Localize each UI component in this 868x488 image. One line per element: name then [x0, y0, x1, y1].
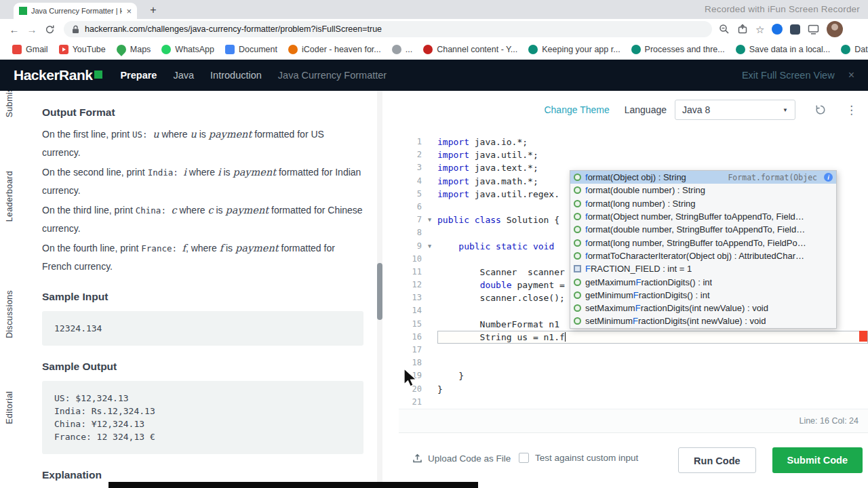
- suggestion-text: format(long number) : String: [585, 199, 696, 209]
- change-theme-link[interactable]: Change Theme: [544, 104, 609, 115]
- header-close-icon[interactable]: ×: [848, 70, 854, 81]
- nav-item-introduction[interactable]: Introduction: [210, 70, 262, 81]
- bookmark-label: ...: [406, 45, 412, 54]
- code-line[interactable]: 16 String us = n1.f: [399, 331, 868, 344]
- autocomplete-item[interactable]: format(Object number, StringBuffer toApp…: [570, 210, 836, 223]
- fold-gutter: [422, 396, 437, 409]
- bookmark-star-icon[interactable]: ☆: [755, 24, 764, 35]
- code-line[interactable]: 1import java.io.*;: [399, 136, 868, 148]
- bookmark-item-save-data-in-a-local[interactable]: Save data in a local...: [730, 45, 836, 54]
- bookmark-item-channel-content-y[interactable]: Channel content - Y...: [418, 45, 523, 54]
- extension-icon-blue[interactable]: [772, 24, 783, 35]
- back-icon[interactable]: ←: [5, 24, 23, 35]
- bookmark-item-gmail[interactable]: Gmail: [7, 45, 54, 54]
- zoom-icon[interactable]: [719, 24, 730, 35]
- screen-recorder-icon[interactable]: [808, 24, 819, 35]
- bookmark-item-whatsapp[interactable]: WhatsApp: [156, 45, 220, 54]
- code-text: import java.util.*;: [437, 148, 868, 161]
- autocomplete-item[interactable]: format(double number) : String: [570, 184, 836, 197]
- sidebar-tab-discussions[interactable]: Discussions: [5, 290, 14, 338]
- nav-item-java[interactable]: Java: [173, 70, 194, 81]
- suggestion-post: ractionDigits(int newValue) : void: [641, 303, 768, 313]
- profile-avatar[interactable]: [827, 21, 843, 37]
- nav-item-java-currency-formatter[interactable]: Java Currency Formatter: [278, 70, 387, 81]
- text-token: On the second line, print: [42, 167, 148, 178]
- forward-icon[interactable]: →: [23, 24, 41, 35]
- fold-gutter: [422, 161, 437, 174]
- url-bar[interactable]: hackerrank.com/challenges/java-currency-…: [64, 21, 712, 37]
- suggestion-text: getMaximumFractionDigits() : int: [585, 277, 712, 287]
- code-line[interactable]: 19 }: [399, 369, 868, 382]
- autocomplete-item[interactable]: format(long number, StringBuffer toAppen…: [570, 236, 836, 249]
- code-text: [437, 396, 868, 409]
- text-token: where: [177, 205, 208, 216]
- autocomplete-item[interactable]: formatToCharacterIterator(Object obj) : …: [570, 249, 836, 262]
- autocomplete-item[interactable]: getMinimumFractionDigits() : int: [570, 289, 836, 302]
- suggestion-text: setMaximumFractionDigits(int newValue) :…: [585, 303, 768, 313]
- fold-gutter: [422, 383, 437, 396]
- code-line[interactable]: 18: [399, 357, 868, 369]
- bookmark-item-maps[interactable]: Maps: [111, 45, 157, 54]
- code-token: China:: [136, 205, 172, 216]
- autocomplete-item[interactable]: format(Object obj) : StringFormat.format…: [570, 171, 836, 184]
- method-icon: [574, 213, 581, 220]
- logo-cube-icon: [94, 70, 102, 79]
- custom-input-checkbox[interactable]: [519, 453, 529, 463]
- autocomplete-item[interactable]: setMaximumFractionDigits(int newValue) :…: [570, 302, 836, 314]
- run-code-button[interactable]: Run Code: [678, 447, 755, 473]
- language-select[interactable]: Java 8 ▼: [675, 100, 795, 120]
- exit-fullscreen-link[interactable]: Exit Full Screen View: [742, 70, 835, 81]
- suggestion-post: ormat(double number, StringBuffer toAppe…: [588, 224, 806, 235]
- bottom-black-bar: [108, 482, 478, 488]
- left-rail: SubmissionsLeaderboardDiscussionsEditori…: [0, 91, 20, 488]
- autocomplete-item[interactable]: getMaximumFractionDigits() : int: [570, 275, 836, 288]
- share-icon[interactable]: [737, 24, 748, 35]
- bookmark-item-document[interactable]: Document: [220, 45, 283, 54]
- problem-scrollbar-thumb[interactable]: [377, 263, 382, 320]
- tab-close-icon[interactable]: ×: [126, 7, 132, 16]
- bookmark-item-data-and-file-storag[interactable]: Data and file storag...: [835, 45, 868, 54]
- method-icon: [574, 291, 581, 299]
- upload-code-button[interactable]: Upload Code as File: [412, 453, 511, 464]
- hackerrank-logo[interactable]: HackerRank: [14, 67, 102, 83]
- autocomplete-item[interactable]: format(double number, StringBuffer toApp…: [570, 223, 836, 236]
- kebab-menu-icon[interactable]: ⋮: [846, 104, 857, 116]
- line-number: 16: [399, 331, 422, 344]
- extensions-puzzle-icon[interactable]: [790, 24, 800, 35]
- refresh-icon[interactable]: [41, 24, 58, 35]
- sidebar-tab-submissions[interactable]: Submissions: [5, 91, 14, 117]
- browser-tab[interactable]: Java Currency Formatter | Hacker ×: [14, 3, 137, 19]
- code-line[interactable]: 2import java.util.*;: [399, 148, 868, 161]
- bookmarks-bar: GmailYouTubeMapsWhatsAppDocumentiCoder -…: [0, 39, 868, 60]
- code-text: }: [437, 383, 868, 396]
- fold-caret-icon[interactable]: ▼: [422, 240, 437, 253]
- history-icon[interactable]: [814, 104, 827, 116]
- sidebar-tab-editorial[interactable]: Editorial: [5, 391, 14, 424]
- sidebar-tab-leaderboard[interactable]: Leaderboard: [5, 171, 14, 222]
- code-line[interactable]: 20}: [399, 383, 868, 396]
- code-text: String us = n1.f: [437, 331, 868, 344]
- autocomplete-item[interactable]: FRACTION_FIELD : int = 1: [570, 262, 836, 275]
- method-icon: [574, 239, 581, 247]
- bookmark-label: Keeping your app r...: [542, 45, 620, 54]
- new-tab-button[interactable]: +: [145, 3, 161, 18]
- bookmark-item-processes-and-thre[interactable]: Processes and thre...: [626, 45, 730, 54]
- code-line[interactable]: 21: [399, 396, 868, 409]
- autocomplete-item[interactable]: format(long number) : String: [570, 197, 836, 210]
- suggestion-match: F: [635, 303, 641, 313]
- code-line[interactable]: 17: [399, 344, 868, 357]
- code-editor[interactable]: 1import java.io.*;2import java.util.*;3i…: [399, 133, 868, 411]
- method-icon: [574, 226, 581, 233]
- bookmark-item-[interactable]: ...: [387, 45, 418, 54]
- line-number: 11: [399, 266, 422, 279]
- bookmark-item-youtube[interactable]: YouTube: [54, 45, 111, 54]
- line-number: 7: [399, 214, 422, 226]
- autocomplete-item[interactable]: setMinimumFractionDigits(int newValue) :…: [570, 314, 836, 327]
- fold-gutter: [422, 148, 437, 161]
- submit-code-button[interactable]: Submit Code: [772, 447, 863, 473]
- autocomplete-popup: format(Object obj) : StringFormat.format…: [570, 170, 837, 329]
- nav-item-prepare[interactable]: Prepare: [120, 70, 157, 81]
- fold-caret-icon[interactable]: ▼: [422, 214, 437, 226]
- bookmark-item-keeping-your-app-r[interactable]: Keeping your app r...: [523, 45, 625, 54]
- bookmark-item-icoder-heaven-for[interactable]: iCoder - heaven for...: [283, 45, 387, 54]
